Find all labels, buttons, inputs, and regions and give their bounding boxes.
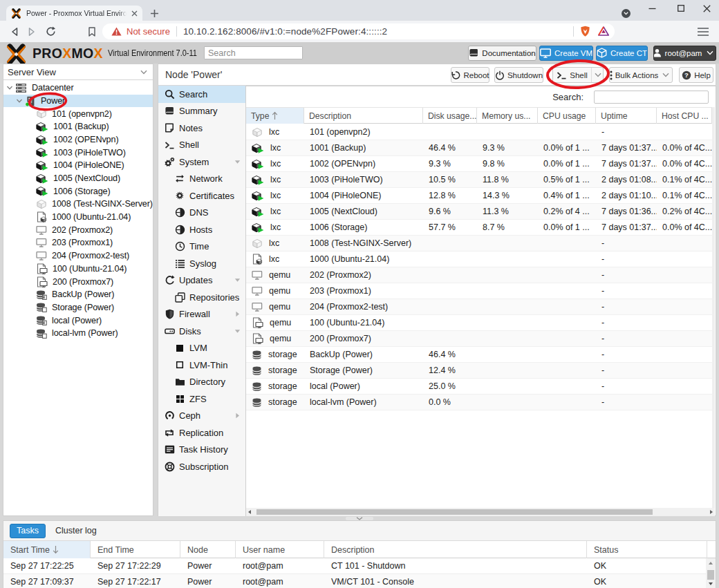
tree-item-100-ubuntu-21-04[interactable]: 100 (Ubuntu-21.04) — [3, 263, 153, 276]
tree-item-storage-power[interactable]: Storage (Power) — [3, 301, 153, 314]
tasks-column-description[interactable]: Description — [324, 541, 587, 558]
grid-search-input[interactable] — [594, 91, 709, 104]
menu-item-system[interactable]: System — [158, 153, 245, 171]
grid-column-uptime[interactable]: Uptime — [596, 108, 657, 124]
brave-shield-icon[interactable] — [580, 26, 590, 37]
grid-row-storage-power[interactable]: storageStorage (Power)12.4 %- — [246, 363, 712, 379]
horizontal-scrollbar[interactable] — [246, 508, 715, 516]
grid-row-1006-storage[interactable]: lxc1006 (Storage)57.7 %8.7 %0.0% of 1 ..… — [246, 220, 712, 236]
window-minimize-button[interactable] — [642, 1, 662, 15]
scroll-up-icon[interactable] — [708, 560, 713, 566]
tree-item-1005-nextcloud[interactable]: 1005 (NextCloud) — [3, 172, 153, 185]
grid-row-1001-backup[interactable]: lxc1001 (Backup)46.4 %9.3 %0.0% of 1 ...… — [246, 140, 712, 156]
help-button[interactable]: ? Help — [679, 67, 713, 83]
vertical-scrollbar[interactable] — [706, 558, 716, 588]
horizontal-scrollbar-thumb[interactable] — [256, 509, 653, 515]
menu-item-lvm-thin[interactable]: LVM-Thin — [158, 357, 245, 374]
bulk-actions-button[interactable]: Bulk Actions — [609, 67, 673, 83]
create-ct-button[interactable]: Create CT — [596, 46, 648, 61]
grid-row-200-proxmox7[interactable]: qemu200 (Proxmox7)- — [246, 331, 712, 347]
address-bar[interactable]: Not secure 10.10.2.162:8006/#v1:0:=node%… — [102, 23, 615, 39]
tree-item-203-proxmox1[interactable]: 203 (Proxmox1) — [3, 236, 153, 249]
tasks-column-start-time[interactable]: Start Time — [3, 541, 91, 558]
shutdown-button[interactable]: Shutdown — [494, 67, 543, 83]
menu-item-syslog[interactable]: Syslog — [158, 255, 245, 272]
window-close-button[interactable] — [696, 1, 717, 15]
collapse-arrow-icon[interactable] — [234, 159, 241, 165]
user-menu-button[interactable]: root@pam — [653, 46, 716, 61]
menu-item-disks[interactable]: Disks — [158, 323, 245, 340]
menu-item-certificates[interactable]: Certificates — [158, 187, 245, 205]
grid-row-1000-ubuntu-21-04[interactable]: lxc1000 (Ubuntu-21.04)- — [246, 252, 712, 267]
scroll-right-icon[interactable] — [709, 509, 714, 515]
panel-splitter-handle[interactable] — [346, 517, 373, 520]
grid-column-type[interactable]: Type — [246, 108, 304, 124]
menu-item-summary[interactable]: Summary — [158, 103, 245, 120]
menu-item-network[interactable]: Network — [158, 171, 245, 188]
menu-item-zfs[interactable]: ZFS — [158, 390, 245, 408]
task-row-1[interactable]: Sep 27 17:22:25Sep 27 17:22:29Powerroot@… — [3, 558, 706, 574]
grid-row-backup-power[interactable]: storageBackUp (Power)46.4 %- — [246, 347, 712, 363]
grid-row-202-proxmox2[interactable]: qemu202 (Proxmox2)- — [246, 267, 712, 283]
menu-item-replication[interactable]: Replication — [158, 424, 245, 442]
menu-item-updates[interactable]: Updates — [158, 272, 245, 290]
menu-item-shell[interactable]: Shell — [158, 137, 245, 154]
tree-item-power[interactable]: Power — [3, 95, 153, 108]
tasks-column-node[interactable]: Node — [180, 541, 236, 558]
browser-menu-button[interactable] — [691, 21, 715, 42]
tab-tasks[interactable]: Tasks — [10, 524, 46, 538]
grid-column-cpu-usage[interactable]: CPU usage — [538, 108, 596, 124]
tree-item-101-openvpn2[interactable]: 101 (openvpn2) — [3, 107, 153, 120]
reload-button[interactable] — [41, 21, 60, 42]
grid-row-101-openvpn2[interactable]: lxc101 (openvpn2)- — [246, 124, 712, 140]
collapse-arrow-icon[interactable] — [234, 328, 241, 334]
tab-cluster-log[interactable]: Cluster log — [55, 526, 97, 535]
grid-row-local-lvm-power[interactable]: storagelocal-lvm (Power)0.0 %- — [246, 395, 712, 410]
tab-close-icon[interactable] — [128, 7, 140, 19]
grid-row-1004-piholeone[interactable]: lxc1004 (PiHoleONE)12.8 %14.3 %0.4% of 1… — [246, 188, 712, 204]
tab-search-button[interactable] — [622, 9, 631, 18]
tree-item-1001-backup[interactable]: 1001 (Backup) — [3, 120, 153, 133]
tree-item-204-proxmox2-test[interactable]: 204 (Proxmox2-test) — [3, 249, 153, 263]
tree-item-1002-openvpn[interactable]: 1002 (OPENvpn) — [3, 133, 153, 146]
tasks-column-end-time[interactable]: End Time — [91, 541, 180, 558]
grid-row-local-power[interactable]: storagelocal (Power)25.0 %- — [246, 379, 712, 395]
menu-item-directory[interactable]: Directory — [158, 374, 245, 391]
grid-column-description[interactable]: Description — [304, 108, 423, 124]
bookmark-button[interactable] — [82, 21, 102, 42]
reboot-button[interactable]: Reboot — [451, 67, 489, 83]
global-search-input[interactable] — [204, 46, 303, 59]
menu-item-firewall[interactable]: Firewall — [158, 306, 245, 323]
url-text[interactable]: 10.10.2.162:8006/#v1:0:=node%2FPower:4::… — [183, 26, 567, 37]
scroll-down-icon[interactable] — [708, 581, 713, 587]
tree-item-1000-ubuntu-21-04[interactable]: 1000 (Ubuntu-21.04) — [3, 211, 153, 224]
menu-item-notes[interactable]: Notes — [158, 120, 245, 137]
grid-column-memory-us[interactable]: Memory us... — [477, 108, 538, 124]
menu-item-task-history[interactable]: Task History — [158, 442, 245, 459]
menu-item-repositories[interactable]: Repositories — [158, 289, 245, 306]
menu-item-time[interactable]: Time — [158, 238, 245, 256]
tree-item-datacenter[interactable]: Datacenter — [3, 82, 153, 95]
scroll-left-icon[interactable] — [247, 509, 252, 515]
tree-item-1004-piholeone[interactable]: 1004 (PiHoleONE) — [3, 159, 153, 172]
menu-item-hosts[interactable]: Hosts — [158, 221, 245, 238]
browser-tab[interactable]: Power - Proxmox Virtual Environment — [6, 6, 142, 21]
tree-item-local-lvm-power[interactable]: local-lvm (Power) — [3, 327, 153, 340]
tree-item-local-power[interactable]: local (Power) — [3, 314, 153, 327]
task-row-2[interactable]: Sep 27 17:09:37Sep 27 17:22:17Powerroot@… — [3, 574, 706, 588]
grid-column-disk-usage[interactable]: Disk usage... — [423, 108, 477, 124]
menu-item-subscription[interactable]: Subscription — [158, 458, 245, 475]
menu-item-lvm[interactable]: LVM — [158, 340, 245, 357]
tree-item-202-proxmox2[interactable]: 202 (Proxmox2) — [3, 223, 153, 236]
tree-item-backup-power[interactable]: BackUp (Power) — [3, 288, 153, 301]
tree-item-1008-test-nginx-server[interactable]: 1008 (Test-NGINX-Server) — [3, 198, 153, 211]
tree-item-200-proxmox7[interactable]: 200 (Proxmox7) — [3, 275, 153, 288]
shell-button[interactable]: Shell — [552, 67, 604, 83]
grid-row-100-ubuntu-21-04[interactable]: qemu100 (Ubuntu-21.04)- — [246, 315, 712, 331]
server-view-selector[interactable]: Server View — [3, 64, 153, 80]
grid-row-1002-openvpn[interactable]: lxc1002 (OPENvpn)9.3 %9.8 %0.0% of 1 ...… — [246, 156, 712, 172]
window-maximize-button[interactable] — [671, 1, 691, 15]
create-vm-button[interactable]: Create VM — [539, 46, 593, 61]
menu-item-search[interactable]: Search — [158, 86, 245, 103]
grid-row-1003-piholetwo[interactable]: lxc1003 (PiHoleTWO)10.5 %11.8 %0.5% of 1… — [246, 172, 712, 188]
